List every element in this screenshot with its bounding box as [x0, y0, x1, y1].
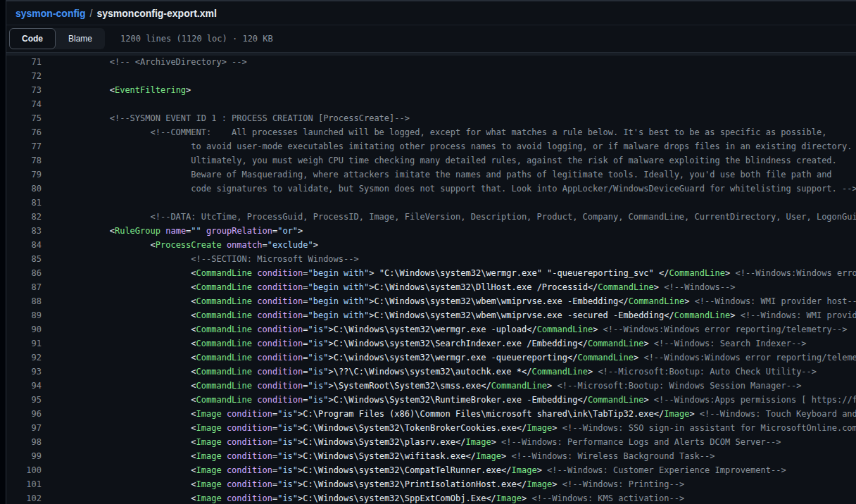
- code-line: 96 <Image condition="is">C:\Program File…: [6, 407, 856, 421]
- code-text: <CommandLine condition="begin with">C:\W…: [49, 280, 735, 294]
- code-text: <CommandLine condition="is">C:\Windows\s…: [49, 336, 807, 351]
- code-line: 78 Ultimately, you must weigh CPU time c…: [6, 153, 856, 168]
- line-number[interactable]: 93: [6, 365, 42, 379]
- code-line: 82 <!--DATA: UtcTime, ProcessGuid, Proce…: [6, 210, 856, 224]
- code-line: 95 <CommandLine condition="is">C:\Window…: [6, 393, 856, 407]
- file-meta: 1200 lines (1120 loc) · 120 KB: [120, 34, 273, 44]
- line-number[interactable]: 75: [6, 111, 42, 125]
- code-line: 90 <CommandLine condition="is">C:\Window…: [6, 322, 856, 336]
- code-line: 87 <CommandLine condition="begin with">C…: [6, 280, 856, 294]
- code-line: 76 <!--COMMENT: All processes launched w…: [6, 125, 856, 139]
- code-line: 77 to avoid user-mode executables imitat…: [6, 139, 856, 153]
- code-text: <!-- <ArchiveDirectory> -->: [49, 57, 247, 69]
- code-text: <CommandLine condition="is">\SystemRoot\…: [49, 379, 801, 393]
- line-number[interactable]: 86: [6, 266, 42, 280]
- line-number[interactable]: 85: [6, 252, 42, 266]
- code-text: <Image condition="is">C:\Windows\system3…: [49, 477, 684, 491]
- code-text: <!--COMMENT: All processes launched will…: [49, 125, 826, 139]
- code-line: 72: [6, 69, 856, 83]
- line-number[interactable]: 89: [6, 308, 42, 322]
- line-number[interactable]: 101: [6, 477, 42, 491]
- file-toolbar: Code Blame 1200 lines (1120 loc) · 120 K…: [6, 25, 856, 52]
- line-number[interactable]: 98: [6, 435, 42, 449]
- code-text: <CommandLine condition="is">C:\Windows\S…: [49, 393, 856, 407]
- code-line: 93 <CommandLine condition="is">\??\C:\Wi…: [6, 365, 856, 379]
- code-text: <CommandLine condition="is">C:\windows\s…: [49, 351, 856, 365]
- file-view-panel: sysmon-config / sysmonconfig-export.xml …: [6, 0, 856, 504]
- line-number[interactable]: 84: [6, 238, 42, 252]
- line-number[interactable]: 73: [6, 83, 42, 97]
- code-line: 89 <CommandLine condition="begin with">C…: [6, 308, 856, 322]
- code-text: <CommandLine condition="begin with">C:\W…: [49, 294, 856, 308]
- code-text: <CommandLine condition="is">\??\C:\Windo…: [49, 365, 817, 379]
- line-number[interactable]: 77: [6, 139, 42, 153]
- code-text: Beware of Masquerading, where attackers …: [49, 168, 832, 182]
- line-number[interactable]: 90: [6, 322, 42, 336]
- code-line: 75 <!--SYSMON EVENT ID 1 : PROCESS CREAT…: [6, 111, 856, 125]
- code-line: 97 <Image condition="is">C:\Windows\Syst…: [6, 421, 856, 435]
- line-number[interactable]: 102: [6, 491, 42, 504]
- code-text: to avoid user-mode executables imitating…: [49, 139, 852, 153]
- code-text: <Image condition="is">C:\Windows\System3…: [49, 449, 715, 463]
- code-line: 71 <!-- <ArchiveDirectory> -->: [6, 57, 856, 69]
- code-line: 88 <CommandLine condition="begin with">C…: [6, 294, 856, 308]
- code-text: <CommandLine condition="begin with"> "C:…: [49, 266, 856, 280]
- line-number[interactable]: 88: [6, 294, 42, 308]
- code-line: 80 code signatures to validate, but Sysm…: [6, 182, 856, 196]
- code-viewer[interactable]: 71 <!-- <ArchiveDirectory> -->7273 <Even…: [6, 57, 856, 504]
- code-text: <CommandLine condition="begin with">C:\W…: [49, 308, 856, 322]
- code-text: Ultimately, you must weigh CPU time chec…: [49, 153, 837, 168]
- code-line: 85 <!--SECTION: Microsoft Windows-->: [6, 252, 856, 266]
- line-number[interactable]: 91: [6, 336, 42, 351]
- line-number[interactable]: 99: [6, 449, 42, 463]
- code-line: 79 Beware of Masquerading, where attacke…: [6, 168, 856, 182]
- line-number[interactable]: 97: [6, 421, 42, 435]
- line-number[interactable]: 100: [6, 463, 42, 477]
- code-line: 99 <Image condition="is">C:\Windows\Syst…: [6, 449, 856, 463]
- line-number[interactable]: 76: [6, 125, 42, 139]
- code-line: 84 <ProcessCreate onmatch="exclude">: [6, 238, 856, 252]
- code-line: 98 <Image condition="is">C:\Windows\Syst…: [6, 435, 856, 449]
- code-line: 102 <Image condition="is">C:\Windows\sys…: [6, 491, 856, 504]
- line-number[interactable]: 71: [6, 57, 42, 69]
- code-line: 91 <CommandLine condition="is">C:\Window…: [6, 336, 856, 351]
- line-number[interactable]: 87: [6, 280, 42, 294]
- line-number[interactable]: 96: [6, 407, 42, 421]
- line-number[interactable]: 74: [6, 97, 42, 111]
- code-text: <ProcessCreate onmatch="exclude">: [49, 238, 318, 252]
- code-text: <EventFiltering>: [49, 83, 191, 97]
- code-text: <Image condition="is">C:\Windows\System3…: [49, 435, 781, 449]
- line-number[interactable]: 83: [6, 224, 42, 238]
- line-number[interactable]: 82: [6, 210, 42, 224]
- breadcrumb-repo-link[interactable]: sysmon-config: [15, 8, 86, 19]
- code-text: <Image condition="is">C:\Windows\System3…: [49, 421, 856, 435]
- code-text: <RuleGroup name="" groupRelation="or">: [49, 224, 303, 238]
- code-line: 100 <Image condition="is">C:\Windows\sys…: [6, 463, 856, 477]
- code-text: <!--SYSMON EVENT ID 1 : PROCESS CREATION…: [49, 111, 410, 125]
- breadcrumb: sysmon-config / sysmonconfig-export.xml: [6, 1, 856, 25]
- line-number[interactable]: 95: [6, 393, 42, 407]
- code-text: <!--DATA: UtcTime, ProcessGuid, ProcessI…: [49, 210, 856, 224]
- breadcrumb-separator: /: [90, 8, 93, 19]
- line-number[interactable]: 94: [6, 379, 42, 393]
- code-line: 92 <CommandLine condition="is">C:\window…: [6, 351, 856, 365]
- code-text: <CommandLine condition="is">C:\Windows\s…: [49, 322, 847, 336]
- line-number[interactable]: 72: [6, 69, 42, 83]
- code-tab[interactable]: Code: [9, 28, 56, 49]
- code-text: <!--SECTION: Microsoft Windows-->: [49, 252, 359, 266]
- code-line: 101 <Image condition="is">C:\Windows\sys…: [6, 477, 856, 491]
- code-line: 81: [6, 196, 856, 210]
- line-number[interactable]: 81: [6, 196, 42, 210]
- line-number[interactable]: 79: [6, 168, 42, 182]
- blame-tab[interactable]: Blame: [56, 28, 105, 49]
- line-number[interactable]: 78: [6, 153, 42, 168]
- code-line: 86 <CommandLine condition="begin with"> …: [6, 266, 856, 280]
- code-line: 73 <EventFiltering>: [6, 83, 856, 97]
- line-number[interactable]: 92: [6, 351, 42, 365]
- code-text: <Image condition="is">C:\Windows\system3…: [49, 491, 684, 504]
- breadcrumb-filename: sysmonconfig-export.xml: [96, 8, 216, 19]
- code-text: <Image condition="is">C:\Windows\system3…: [49, 463, 786, 477]
- line-number[interactable]: 80: [6, 182, 42, 196]
- code-line: 74: [6, 97, 856, 111]
- code-line: 83 <RuleGroup name="" groupRelation="or"…: [6, 224, 856, 238]
